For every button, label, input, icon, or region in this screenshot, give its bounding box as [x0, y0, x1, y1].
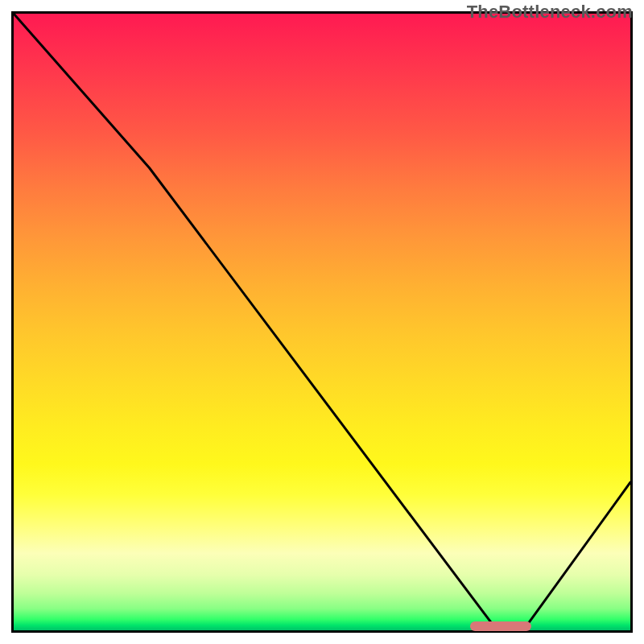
- optimal-range-marker: [470, 621, 532, 631]
- bottleneck-curve: [14, 14, 630, 630]
- chart-frame: [11, 11, 633, 633]
- watermark-text: TheBottleneck.com: [467, 2, 633, 23]
